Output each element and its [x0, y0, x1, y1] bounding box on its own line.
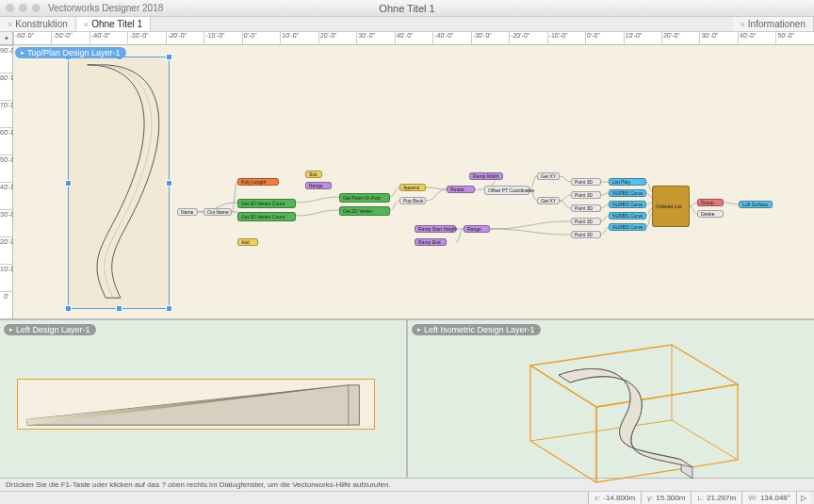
iso-object[interactable] [502, 337, 747, 486]
tab-konstruktion[interactable]: × Konstruktion [0, 17, 76, 31]
close-icon[interactable] [6, 4, 14, 12]
graph-node[interactable]: Get XY [537, 197, 560, 204]
svg-marker-0 [27, 385, 359, 425]
graph-node[interactable]: Group [697, 199, 724, 206]
ruler-tick: 40'-0" [738, 32, 775, 44]
svg-line-7 [672, 420, 738, 460]
graph-node[interactable]: Point 3D [571, 204, 601, 212]
graph-node[interactable]: Get 2D Vertex Count [237, 212, 296, 221]
tab-informationen[interactable]: × Informationen [733, 17, 814, 31]
graph-node[interactable]: Get Point On Poly [339, 193, 390, 203]
graph-node[interactable]: Out Name [204, 208, 232, 216]
view-label-text: Top/Plan Design Layer-1 [27, 48, 121, 57]
node-graph[interactable]: NameOut NamePoly LengthGet 2D Vertex Cou… [173, 144, 814, 285]
tabs-row: × Konstruktion × Ohne Titel 1 × Informat… [0, 17, 814, 32]
coord-y: y: 15.300m [641, 492, 691, 504]
graph-node[interactable]: Point 3D [571, 218, 601, 225]
ruler-tick: 0'-0" [242, 32, 280, 44]
graph-node[interactable]: Ramp End [415, 238, 447, 246]
graph-node[interactable]: NURBS Curve [609, 223, 646, 231]
left-viewport[interactable]: ▸ Left Design Layer-1 [0, 320, 408, 478]
status-play-icon[interactable]: ▷ [796, 492, 810, 504]
close-icon[interactable]: × [741, 20, 745, 29]
top-canvas[interactable]: ▸ Top/Plan Design Layer-1 [13, 45, 814, 318]
horizontal-ruler: ✦ -60'-0"-50'-0"-40'-0"-30'-0"-20'-0"-10… [0, 32, 814, 45]
selection-handle[interactable] [166, 305, 172, 312]
selection-handle[interactable] [166, 54, 172, 60]
close-icon[interactable]: × [8, 20, 12, 29]
document-title: Ohne Titel 1 [379, 3, 434, 14]
top-viewport[interactable]: 90'-0"80'-0"70'-0"60'-0"50'-0"40'-0"30'-… [0, 45, 814, 320]
view-label-left[interactable]: ▸ Left Design Layer-1 [4, 324, 96, 335]
graph-node[interactable]: Loft Surface [739, 201, 773, 208]
ruler-tick: -50'-0" [51, 32, 89, 44]
selection-handle[interactable] [65, 305, 72, 312]
ruler-tick: -10'-0" [204, 32, 241, 44]
ruler-tick: 10'-0" [0, 264, 12, 291]
view-label-top[interactable]: ▸ Top/Plan Design Layer-1 [15, 47, 126, 58]
graph-node[interactable]: Add [237, 238, 258, 246]
graph-node[interactable]: NURBS Curve [609, 189, 646, 197]
ruler-tick: 80'-0" [0, 73, 12, 100]
tab-document[interactable]: × Ohne Titel 1 [76, 17, 151, 31]
graph-node[interactable]: Point 3D [571, 231, 601, 238]
coord-x: x: -14.800m [588, 492, 641, 504]
tab-label: Informationen [748, 19, 806, 29]
iso-viewport[interactable]: ▸ Left Isometric Design Layer-1 [408, 320, 814, 478]
ruler-tick: 30'-0" [356, 32, 394, 44]
minimize-icon[interactable] [19, 4, 27, 12]
ruler-tick: -20'-0" [509, 32, 546, 44]
ruler-tick: 20'-0" [0, 236, 12, 264]
svg-marker-4 [530, 366, 596, 482]
ruler-tick: 90'-0" [0, 45, 12, 73]
lower-viewports: ▸ Left Design Layer-1 ▸ Left Isometric D… [0, 320, 814, 478]
graph-node[interactable]: Point 3D [571, 178, 601, 186]
svg-marker-5 [596, 384, 738, 482]
graph-node[interactable]: Get 2D Vertex [339, 206, 390, 216]
graph-node[interactable]: Delete [697, 210, 724, 218]
graph-node[interactable]: NURBS Curve [609, 201, 646, 208]
ruler-tick: 40'-0" [395, 32, 432, 44]
graph-node[interactable]: Rotate [447, 186, 475, 193]
graph-node[interactable]: Sub [305, 171, 322, 178]
graph-node[interactable]: Append [399, 184, 426, 191]
tab-label: Ohne Titel 1 [91, 19, 142, 29]
graph-node[interactable]: Offset PT Coordinates [484, 186, 529, 195]
zoom-icon[interactable] [32, 4, 41, 12]
graph-node[interactable]: Range [464, 225, 490, 233]
ruler-tick: 70'-0" [0, 100, 12, 127]
selection-handle[interactable] [65, 180, 72, 187]
graph-node[interactable]: Ordered List [652, 186, 690, 227]
selection-handle[interactable] [166, 180, 172, 187]
ruler-tick: 30'-0" [0, 209, 12, 236]
ruler-tick: 30'-0" [699, 32, 737, 44]
ruler-tick: 10'-0" [280, 32, 317, 44]
ruler-tick: -20'-0" [166, 32, 204, 44]
close-icon[interactable]: × [84, 20, 89, 29]
selected-object[interactable] [68, 57, 170, 309]
ramp-shape [18, 380, 374, 429]
graph-node[interactable]: Ramp Width [469, 172, 503, 180]
app-name: Vectorworks Designer 2018 [48, 3, 163, 13]
ruler-tick: 0'-0" [585, 32, 623, 44]
window-controls[interactable] [6, 4, 41, 12]
graph-node[interactable]: NURBS Curve [609, 212, 646, 219]
graph-node[interactable]: List Poly [609, 178, 646, 186]
graph-node[interactable]: Get 2D Vertex Count [237, 199, 296, 208]
graph-node[interactable]: Poly Length [237, 178, 279, 186]
ramp-object[interactable] [17, 379, 375, 430]
chevron-down-icon: ▸ [417, 326, 421, 333]
graph-node[interactable]: Name [177, 208, 198, 216]
ruler-origin-icon[interactable]: ✦ [0, 32, 13, 44]
ruler-tick: 60'-0" [0, 127, 12, 154]
graph-node[interactable]: Point 3D [571, 191, 601, 199]
graph-node[interactable]: Range [305, 182, 332, 189]
selection-handle[interactable] [116, 305, 122, 312]
graph-node[interactable]: Ramp Start Height [415, 225, 456, 233]
ruler-tick: 20'-0" [661, 32, 699, 44]
view-label-iso[interactable]: ▸ Left Isometric Design Layer-1 [412, 324, 541, 335]
ruler-tick: 20'-0" [318, 32, 356, 44]
graph-node[interactable]: Pop Back [399, 197, 426, 204]
scurve-shape [69, 57, 169, 305]
graph-node[interactable]: Get XY [537, 172, 560, 180]
